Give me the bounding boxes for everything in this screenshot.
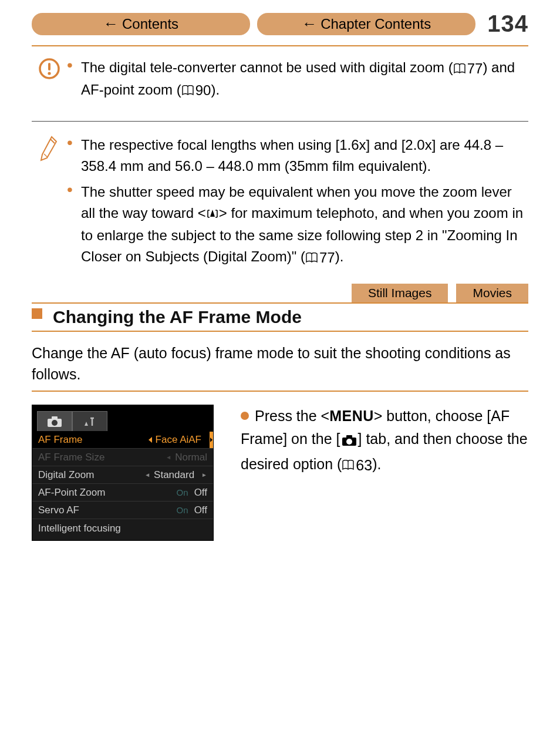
book-icon	[342, 460, 355, 470]
page-ref-link[interactable]: 63	[342, 454, 372, 477]
menu-button-label: MENU	[329, 408, 374, 424]
menu-label: Digital Zoom	[38, 469, 94, 481]
intro-text: Change the AF (auto focus) frame mode to…	[32, 342, 528, 385]
bullet-icon	[241, 412, 249, 420]
menu-footer: Intelligent focusing	[32, 519, 213, 540]
svg-line-6	[44, 154, 48, 157]
menu-label: AF Frame Size	[38, 452, 104, 463]
menu-label: Servo AF	[38, 504, 79, 516]
book-icon	[181, 85, 194, 96]
info-text-2: The shutter speed may be equivalent when…	[67, 181, 528, 268]
menu-row-digital-zoom: Digital Zoom ◄Standard►	[32, 466, 213, 484]
warning-note: The digital tele-converter cannot be use…	[32, 55, 528, 116]
contents-label: Contents	[122, 16, 178, 32]
camera-icon	[47, 416, 62, 428]
camera-icon	[342, 430, 357, 453]
svg-point-2	[48, 72, 50, 75]
triangle-right-icon	[210, 432, 213, 448]
page-ref-link[interactable]: 77	[305, 247, 335, 268]
menu-label: AF-Point Zoom	[38, 487, 105, 499]
menu-row-servo-af: Servo AF OnOff	[32, 502, 213, 519]
triangle-left-icon	[149, 437, 152, 443]
camera-menu-screenshot: AF Frame Face AiAF AF Frame Size ◄Normal…	[32, 405, 214, 541]
section-marker-icon	[32, 308, 42, 319]
page-ref-link[interactable]: 77	[453, 58, 483, 79]
chapter-contents-button[interactable]: ← Chapter Contents	[257, 13, 475, 35]
section-title: Changing the AF Frame Mode	[53, 307, 528, 327]
camera-tab	[37, 411, 72, 431]
svg-rect-12	[346, 435, 352, 438]
tools-icon	[83, 416, 97, 428]
book-icon	[305, 253, 318, 263]
telephoto-icon	[206, 204, 219, 225]
tag-movies: Movies	[456, 284, 528, 302]
menu-tabs	[32, 405, 213, 431]
contents-button[interactable]: ← Contents	[32, 13, 250, 35]
section-heading: Changing the AF Frame Mode	[32, 302, 528, 332]
tools-tab	[72, 411, 107, 431]
svg-rect-9	[52, 416, 58, 419]
chapter-contents-label: Chapter Contents	[321, 16, 431, 32]
menu-row-af-frame: AF Frame Face AiAF	[32, 431, 213, 449]
menu-row-af-point-zoom: AF-Point Zoom OnOff	[32, 484, 213, 502]
mode-tags: Still Images Movies	[32, 284, 528, 302]
page-ref-link[interactable]: 90	[181, 80, 211, 101]
divider	[32, 45, 528, 46]
content-row: AF Frame Face AiAF AF Frame Size ◄Normal…	[32, 405, 528, 541]
page-number: 134	[487, 11, 528, 37]
exclamation-icon	[38, 57, 61, 80]
warning-text: The digital tele-converter cannot be use…	[67, 57, 528, 101]
top-bar: ← Contents ← Chapter Contents 134	[32, 11, 528, 37]
instruction-text: Press the <MENU> button, choose [AF Fram…	[241, 405, 528, 476]
divider	[32, 121, 528, 122]
info-note: The respective focal lengths when using …	[32, 132, 528, 284]
back-arrow-icon: ←	[302, 15, 317, 33]
book-icon	[453, 63, 466, 74]
menu-value: Off	[194, 487, 207, 498]
svg-point-10	[52, 420, 58, 426]
menu-value: Off	[194, 504, 207, 516]
menu-label: AF Frame	[38, 434, 83, 446]
menu-value: Normal	[175, 452, 207, 463]
svg-point-13	[346, 439, 352, 445]
info-text-1: The respective focal lengths when using …	[67, 134, 528, 177]
svg-rect-1	[48, 63, 50, 70]
pencil-icon	[39, 134, 60, 161]
menu-value: Face AiAF	[156, 434, 201, 446]
tag-still-images: Still Images	[352, 284, 448, 302]
divider	[32, 391, 528, 392]
menu-value: Standard	[154, 469, 194, 481]
menu-row-af-frame-size: AF Frame Size ◄Normal	[32, 449, 213, 466]
back-arrow-icon: ←	[103, 15, 119, 33]
